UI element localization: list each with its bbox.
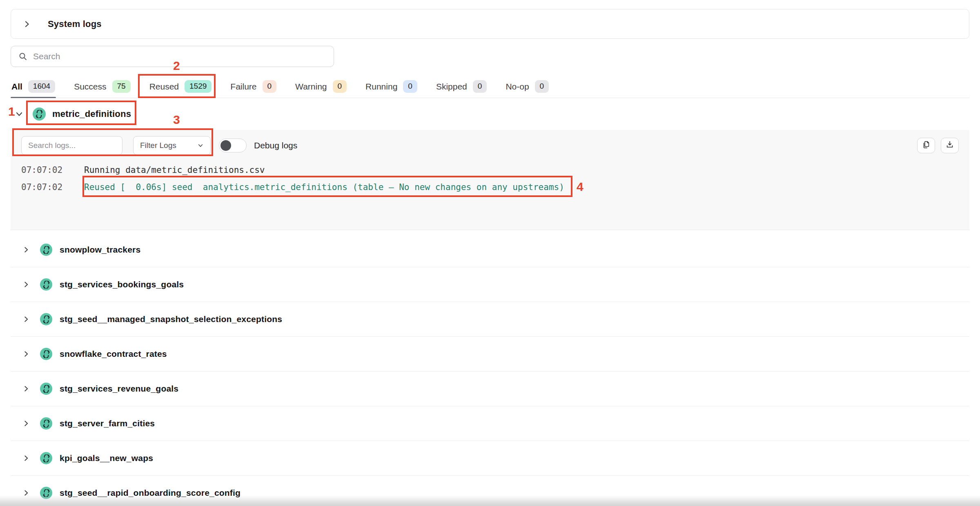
toggle-knob xyxy=(220,140,231,151)
model-label: snowplow_trackers xyxy=(60,245,140,255)
status-tab-skipped[interactable]: Skipped 0 xyxy=(435,75,488,98)
chevron-right-icon[interactable] xyxy=(22,454,30,462)
model-label: snowflake_contract_rates xyxy=(60,349,167,359)
log-toolbar: Filter Logs Debug logs xyxy=(21,136,959,155)
log-panel: Filter Logs Debug logs xyxy=(11,130,969,230)
tab-count-badge: 1604 xyxy=(28,80,55,93)
status-tab-running[interactable]: Running 0 xyxy=(365,75,418,98)
status-tab-warning[interactable]: Warning 0 xyxy=(294,75,347,98)
search-input[interactable] xyxy=(33,51,326,61)
tab-label: No-op xyxy=(506,82,529,92)
log-timestamp: 07:07:02 xyxy=(21,181,84,193)
log-line-reused: 07:07:02 Reused [ 0.06s] seed analytics.… xyxy=(21,181,959,193)
reused-refresh-icon xyxy=(40,452,52,464)
model-label: stg_seed__managed_snapshot_selection_exc… xyxy=(60,314,282,324)
chevron-down-icon[interactable] xyxy=(15,110,24,119)
model-label: stg_services_revenue_goals xyxy=(60,384,178,394)
tab-label: All xyxy=(11,82,22,92)
tab-count-badge: 1529 xyxy=(185,80,212,93)
reused-refresh-icon xyxy=(40,278,52,291)
reused-refresh-icon xyxy=(40,487,52,499)
model-row-stg_services_bookings_goals[interactable]: stg_services_bookings_goals xyxy=(11,267,969,302)
model-row-stg_server_farm_cities[interactable]: stg_server_farm_cities xyxy=(11,406,969,441)
chevron-right-icon[interactable] xyxy=(22,385,30,393)
chevron-down-icon xyxy=(197,142,204,149)
system-logs-row[interactable]: System logs xyxy=(11,9,969,39)
model-row-snowplow_trackers[interactable]: snowplow_trackers xyxy=(11,233,969,267)
log-output: 07:07:02 Running data/metric_definitions… xyxy=(21,164,959,193)
tab-count-badge: 75 xyxy=(112,80,131,93)
model-label: metric_definitions xyxy=(52,109,131,119)
model-label: kpi_goals__new_waps xyxy=(60,453,153,463)
model-row-stg_services_revenue_goals[interactable]: stg_services_revenue_goals xyxy=(11,372,969,406)
tab-label: Success xyxy=(74,82,106,92)
tab-count-badge: 0 xyxy=(403,80,417,93)
tab-count-badge: 0 xyxy=(263,80,277,93)
reused-refresh-icon xyxy=(40,244,52,256)
reused-refresh-icon xyxy=(40,348,52,360)
log-timestamp: 07:07:02 xyxy=(21,164,84,176)
search-logs-input[interactable] xyxy=(21,136,122,155)
log-message: Running data/metric_definitions.csv xyxy=(84,164,265,176)
status-tab-success[interactable]: Success 75 xyxy=(73,75,131,98)
search-icon xyxy=(18,52,27,61)
chevron-right-icon[interactable] xyxy=(22,350,30,358)
filter-logs-dropdown[interactable]: Filter Logs xyxy=(133,136,211,155)
reused-refresh-icon xyxy=(40,383,52,395)
chevron-right-icon[interactable] xyxy=(22,489,30,497)
model-row-metric-definitions[interactable]: metric_definitions xyxy=(11,98,969,130)
status-tab-reused[interactable]: Reused 1529 xyxy=(149,75,213,98)
status-tab-failure[interactable]: Failure 0 xyxy=(229,75,277,98)
search-box[interactable] xyxy=(11,46,334,67)
status-tab-no-op[interactable]: No-op 0 xyxy=(505,75,550,98)
debug-logs-toggle[interactable] xyxy=(219,139,247,152)
status-tab-all[interactable]: All 1604 xyxy=(11,75,56,98)
tab-label: Warning xyxy=(295,82,327,92)
reused-refresh-icon xyxy=(40,417,52,430)
system-logs-title: System logs xyxy=(48,19,102,29)
reused-refresh-icon xyxy=(33,107,46,121)
tab-label: Running xyxy=(365,82,397,92)
debug-logs-label: Debug logs xyxy=(254,141,297,150)
model-label: stg_server_farm_cities xyxy=(60,419,155,428)
chevron-right-icon[interactable] xyxy=(22,315,30,323)
chevron-right-icon[interactable] xyxy=(22,20,31,29)
model-row-kpi_goals__new_waps[interactable]: kpi_goals__new_waps xyxy=(11,441,969,476)
log-line: 07:07:02 Running data/metric_definitions… xyxy=(21,164,959,176)
reused-refresh-icon xyxy=(40,313,52,325)
copy-icon xyxy=(922,140,931,151)
tab-count-badge: 0 xyxy=(473,80,487,93)
chevron-right-icon[interactable] xyxy=(22,419,30,428)
chevron-right-icon[interactable] xyxy=(22,280,30,289)
download-icon xyxy=(945,140,954,151)
model-label: stg_seed__rapid_onboarding_score_config xyxy=(60,488,241,498)
log-message: Reused [ 0.06s] seed analytics.metric_de… xyxy=(84,181,564,193)
copy-logs-button[interactable] xyxy=(917,138,935,153)
status-tabs: All 1604 Success 75 Reused 1529 Failure … xyxy=(11,75,969,98)
model-row-stg_seed__rapid_onboarding_score_config[interactable]: stg_seed__rapid_onboarding_score_config xyxy=(11,476,969,506)
tab-label: Skipped xyxy=(436,82,467,92)
tab-count-badge: 0 xyxy=(535,80,549,93)
model-row-stg_seed__managed_snapshot_selection_exceptions[interactable]: stg_seed__managed_snapshot_selection_exc… xyxy=(11,302,969,337)
tab-count-badge: 0 xyxy=(333,80,347,93)
chevron-right-icon[interactable] xyxy=(22,246,30,254)
tab-label: Reused xyxy=(149,82,179,92)
model-rows-list: snowplow_trackers stg_services_bookings_… xyxy=(11,230,969,506)
run-results-page: System logs All 1604 Success 75 Reused 1… xyxy=(0,0,980,506)
filter-logs-label: Filter Logs xyxy=(140,141,176,150)
model-label: stg_services_bookings_goals xyxy=(60,280,184,289)
download-logs-button[interactable] xyxy=(941,138,959,153)
model-row-snowflake_contract_rates[interactable]: snowflake_contract_rates xyxy=(11,337,969,372)
tab-label: Failure xyxy=(230,82,256,92)
